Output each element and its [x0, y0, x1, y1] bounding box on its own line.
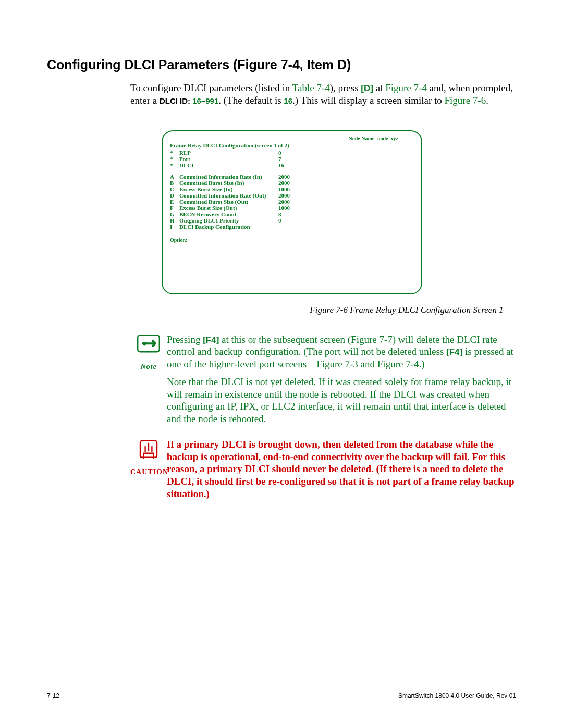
row-key: B: [170, 180, 179, 186]
screen-rows-group-2: ACommitted Information Rate (In)2000BCom…: [170, 174, 414, 230]
intro-text: .: [486, 95, 488, 106]
screen-row: ACommitted Information Rate (In)2000: [170, 174, 414, 180]
row-value: 0: [278, 217, 282, 224]
row-label: RLP: [179, 150, 278, 156]
note-text: Pressing: [167, 334, 203, 345]
node-name: Node Name=node_xyz: [170, 135, 414, 141]
note-text: .): [419, 359, 424, 369]
note-text: and: [358, 359, 377, 369]
row-key: A: [170, 174, 179, 180]
row-key: F: [170, 205, 179, 211]
screen-row: *RLP0: [170, 150, 414, 156]
default-value: 16: [284, 96, 292, 105]
note-paragraph-2: Note that the DLCI is not yet deleted. I…: [167, 376, 516, 425]
label-dlci-id: DLCI ID: [160, 96, 188, 105]
screen-row: HOutgoing DLCI Priority0: [170, 217, 414, 224]
note-icon: Note: [130, 334, 167, 430]
screen-row: *DLCI16: [170, 162, 414, 168]
row-key: G: [170, 211, 179, 217]
screen-row: *Port7: [170, 156, 414, 162]
row-value: 8: [278, 211, 282, 217]
key-f4: [F4]: [203, 335, 219, 345]
screen-row: GBECN Recovery Count8: [170, 211, 414, 217]
screen-row: DCommitted Information Rate (Out)2000: [170, 192, 414, 199]
row-value: 2000: [278, 192, 290, 199]
row-label: BECN Recovery Count: [179, 211, 278, 217]
intro-text: To configure DLCI parameters (listed in: [130, 82, 292, 93]
row-label: Port: [179, 156, 278, 162]
row-value: 0: [278, 150, 282, 156]
row-label: Excess Burst Size (In): [179, 186, 278, 192]
page-number: 7-12: [47, 692, 59, 699]
intro-text: at: [373, 82, 385, 93]
row-value: 2000: [278, 199, 290, 205]
caution-text: If a primary DLCI is brought down, then …: [167, 438, 516, 500]
link-table-7-4[interactable]: Table 7-4: [292, 82, 330, 93]
row-key: *: [170, 156, 179, 162]
screen-row: BCommitted Burst Size (In)2000: [170, 180, 414, 186]
row-key: H: [170, 217, 179, 224]
row-key: D: [170, 192, 179, 199]
intro-text: ), press: [330, 82, 361, 93]
row-label: Outgoing DLCI Priority: [179, 217, 278, 224]
row-label: Committed Burst Size (Out): [179, 199, 278, 205]
note-text: at this or the subsequent screen (: [219, 334, 351, 345]
section-heading: Configuring DLCI Parameters (Figure 7-4,…: [47, 57, 516, 72]
colon: :: [188, 96, 192, 105]
terminal-screen: Node Name=node_xyz Frame Relay DLCI Conf…: [162, 130, 422, 294]
row-value: 1000: [278, 205, 290, 211]
link-figure-7-4[interactable]: Figure 7-4: [385, 82, 427, 93]
doc-title-footer: SmartSwitch 1800 4.0 User Guide, Rev 01: [398, 692, 516, 699]
row-label: DLCI Backup Configuration: [179, 224, 278, 230]
key-f4: [F4]: [446, 347, 462, 357]
row-value: 16: [278, 162, 284, 168]
row-value: 7: [278, 156, 282, 162]
note-body: Pressing [F4] at this or the subsequent …: [167, 334, 516, 430]
row-key: I: [170, 224, 179, 230]
screen-row: CExcess Burst Size (In)1000: [170, 186, 414, 192]
link-figure-7-4[interactable]: Figure 7-4: [377, 359, 419, 369]
intro-text: . (The default is: [218, 95, 284, 106]
svg-point-1: [143, 342, 146, 345]
link-figure-7-3[interactable]: Figure 7-3: [316, 359, 358, 369]
row-label: Committed Burst Size (In): [179, 180, 278, 186]
screen-row: IDLCI Backup Configuration: [170, 224, 414, 230]
note-label: Note: [130, 362, 167, 372]
screen-rows-group-1: *RLP0*Port7*DLCI16: [170, 150, 414, 168]
screen-row: ECommitted Burst Size (Out)2000: [170, 199, 414, 205]
caution-icon: CAUTION: [130, 438, 167, 505]
row-key: *: [170, 162, 179, 168]
option-prompt: Option:: [170, 237, 414, 243]
row-value: 1000: [278, 186, 290, 192]
row-label: DLCI: [179, 162, 278, 168]
row-label: Committed Information Rate (Out): [179, 192, 278, 199]
link-figure-7-7[interactable]: Figure 7-7: [351, 334, 393, 345]
row-key: C: [170, 186, 179, 192]
screen-title: Frame Relay DLCI Configuration (screen 1…: [170, 142, 414, 149]
row-value: 2000: [278, 174, 290, 180]
link-figure-7-6[interactable]: Figure 7-6: [445, 95, 486, 106]
row-value: 2000: [278, 180, 290, 186]
row-label: Excess Burst Size (Out): [179, 205, 278, 211]
figure-caption: Figure 7-6 Frame Relay DLCI Configuratio…: [266, 305, 547, 315]
intro-text: .) This will display a screen similar to: [292, 95, 444, 106]
screen-row: FExcess Burst Size (Out)1000: [170, 205, 414, 211]
value-range: 16–991: [192, 96, 218, 105]
row-key: *: [170, 150, 179, 156]
key-d: [D]: [361, 83, 373, 93]
caution-label: CAUTION: [130, 467, 167, 477]
intro-paragraph: To configure DLCI parameters (listed in …: [130, 82, 516, 107]
row-label: Committed Information Rate (In): [179, 174, 278, 180]
row-key: E: [170, 199, 179, 205]
